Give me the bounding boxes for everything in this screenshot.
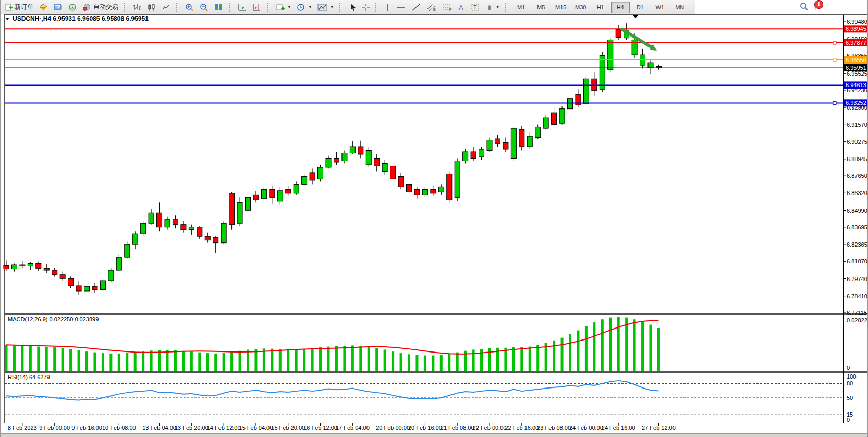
time-tick-label: 20 Feb 00:00	[376, 424, 410, 431]
toolbar-handle[interactable]	[339, 3, 343, 12]
toolbar-handle[interactable]	[124, 3, 127, 12]
price-tick-label: 6.84990	[847, 208, 867, 214]
templates-button[interactable]: ▼	[315, 1, 337, 14]
equidistant-channel-icon: E	[426, 3, 436, 11]
text-icon: A	[457, 3, 466, 11]
svg-text:T: T	[473, 4, 477, 10]
candlestick-chart-icon	[147, 3, 156, 11]
timeframe-M30[interactable]: M30	[571, 2, 590, 13]
macd-histogram	[6, 317, 658, 371]
price-tick-label: 6.88945	[847, 156, 867, 162]
chart-area[interactable]: 6.994806.981506.968556.955256.942306.929…	[1, 14, 868, 434]
time-tick-label: 24 Feb 00:00	[569, 424, 603, 431]
search-icon[interactable]	[799, 2, 809, 13]
zoom-out-icon	[200, 3, 209, 11]
candlestick-chart-button[interactable]	[144, 1, 159, 14]
horizontal-line-button[interactable]	[393, 1, 409, 14]
chevron-down-icon: ▼	[330, 5, 334, 9]
price-chart[interactable]: 6.994806.981506.968556.955256.942306.929…	[1, 14, 868, 437]
timeframe-H1[interactable]: H1	[591, 2, 610, 13]
price-badge: 6.98945	[846, 26, 866, 32]
fibonacci-button[interactable]: F	[439, 1, 455, 14]
level-line-6.97877[interactable]	[5, 39, 868, 46]
new-order-icon	[5, 3, 13, 11]
trade-window-button[interactable]	[51, 1, 65, 14]
price-tick-label: 6.90275	[847, 139, 867, 145]
autotrade-icon	[82, 3, 92, 11]
rsi-axis-label: 80	[847, 380, 853, 386]
trend-arrow[interactable]	[622, 29, 657, 51]
time-tick-label: 14 Feb 12:00	[207, 424, 241, 431]
cursor-icon	[348, 3, 357, 11]
rsi-axis-label: 50	[847, 395, 853, 401]
timeframe-W1[interactable]: W1	[651, 2, 669, 13]
timeframe-MN[interactable]: MN	[670, 2, 689, 13]
time-tick-label: 9 Feb 16:00	[71, 424, 102, 431]
tile-windows-icon	[214, 3, 224, 11]
zoom-in-button[interactable]	[182, 1, 197, 14]
toolbar: 新订单 自动交易	[1, 0, 867, 15]
timeframe-group: M1M5M15M30H1H4D1W1MN	[510, 0, 691, 14]
zoom-out-button[interactable]	[197, 1, 212, 14]
time-tick-label: 8 Feb 2023	[8, 424, 37, 431]
chart-shift-marker[interactable]	[633, 15, 638, 18]
text-button[interactable]: A	[455, 1, 468, 14]
timeframe-M15[interactable]: M15	[552, 2, 570, 13]
window-bottom-edge	[1, 433, 867, 437]
new-chart-button[interactable]: ▼	[273, 1, 294, 14]
bar-chart-button[interactable]	[130, 1, 144, 14]
price-tick-label: 6.83695	[847, 224, 867, 230]
price-tick-label: 6.87650	[847, 173, 867, 179]
chevron-down-icon: ▼	[287, 5, 291, 9]
time-tick-label: 22 Feb 00:00	[473, 424, 507, 431]
rsi-axis-label: 0	[847, 417, 850, 423]
vertical-line-icon	[384, 3, 390, 11]
time-tick-label: 23 Feb 08:00	[537, 424, 571, 431]
trendline-button[interactable]	[409, 1, 423, 14]
signals-button[interactable]	[65, 1, 80, 14]
chart-menu-icon[interactable]	[5, 18, 9, 20]
periods-button[interactable]: ▼	[294, 1, 315, 14]
level-line-6.96556[interactable]	[5, 56, 868, 64]
price-badge: 6.97877	[846, 40, 866, 46]
cursor-button[interactable]	[346, 1, 359, 14]
autotrade-button[interactable]: 自动交易	[80, 1, 121, 14]
level-line-6.98945[interactable]	[5, 25, 868, 32]
toolbar-handle[interactable]	[375, 3, 379, 12]
toolbar-handle[interactable]	[505, 3, 509, 12]
vertical-line-button[interactable]	[382, 1, 393, 14]
toolbar-handle[interactable]	[176, 3, 180, 12]
timeframe-M5[interactable]: M5	[532, 2, 551, 13]
market-watch-button[interactable]	[36, 1, 51, 14]
price-tick-label: 6.82365	[847, 241, 867, 248]
price-badge: 6.93252	[846, 100, 866, 106]
time-tick-label: 20 Feb 16:00	[408, 424, 442, 431]
auto-scroll-button[interactable]	[235, 1, 250, 14]
text-label-button[interactable]: T	[468, 1, 483, 14]
crosshair-button[interactable]	[359, 1, 373, 14]
time-tick-label: 21 Feb 08:00	[441, 424, 474, 431]
auto-scroll-icon	[238, 3, 247, 11]
time-tick-label: 24 Feb 16:00	[602, 424, 635, 431]
timeframe-D1[interactable]: D1	[631, 2, 650, 13]
chart-shift-icon	[252, 3, 262, 11]
chart-title: USDCNH-,H4 6.95931 6.96085 6.95808 6.959…	[13, 15, 149, 22]
arrows-button[interactable]: ▼	[483, 1, 503, 14]
new-order-label: 新订单	[15, 3, 33, 11]
timeframe-H4[interactable]: H4	[611, 2, 630, 13]
toolbar-handle[interactable]	[229, 3, 233, 12]
level-line-6.94613[interactable]	[5, 81, 868, 89]
time-tick-label: 10 Feb 08:00	[102, 424, 136, 431]
new-order-button[interactable]: 新订单	[2, 1, 36, 14]
level-line-6.93252[interactable]	[5, 99, 868, 106]
toolbar-handle[interactable]	[267, 3, 271, 12]
timeframe-M1[interactable]: M1	[512, 2, 531, 13]
tile-windows-button[interactable]	[212, 1, 226, 14]
line-chart-icon	[162, 3, 171, 11]
line-chart-button[interactable]	[159, 1, 174, 14]
price-tick-label: 6.79740	[847, 276, 867, 282]
chart-shift-button[interactable]	[250, 1, 264, 14]
horizontal-line-icon	[396, 3, 406, 11]
equidistant-channel-button[interactable]: E	[423, 1, 439, 14]
notification-badge[interactable]: 1	[814, 0, 823, 9]
